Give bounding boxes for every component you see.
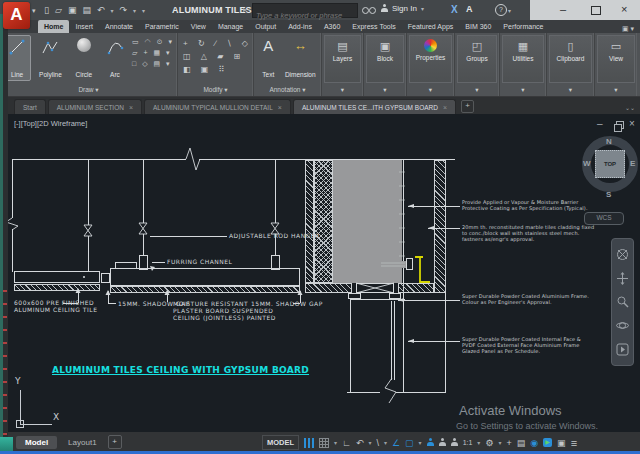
activate-windows-watermark: Activate Windows bbox=[459, 403, 562, 418]
status-toggles: MODEL ▾ ∟ ↶ ▾ \ ▾ ∠ ▢ ▾ 1:1 ▾ ⚙ ▾ + ▤ ◉ … bbox=[262, 434, 577, 451]
label-ceiling-tile: 600x600 PRE FINISHEDALUMINUM CEILING TIL… bbox=[14, 299, 97, 313]
annotation-marble-cladding: 20mm th. reconstituted marble tiles clad… bbox=[462, 224, 594, 243]
annotation-scale-value[interactable]: 1:1 bbox=[463, 438, 473, 448]
new-layout-button[interactable]: + bbox=[108, 435, 122, 449]
model-tab[interactable]: Model bbox=[16, 436, 57, 449]
yellow-angle-bracket bbox=[415, 257, 430, 282]
background-ruler-ticks bbox=[3, 290, 7, 435]
ortho-icon[interactable]: ∟ bbox=[342, 438, 351, 448]
autocad-window: A ▾ ▯ ▱ ▣ ▤ ↶ ▾ ↷ ▾ ▾ ALUMINUM TILES CEI… bbox=[0, 0, 640, 454]
polar-caret-icon[interactable]: ▾ bbox=[368, 439, 371, 446]
label-furring-channel: FURRING CHANNEL bbox=[167, 258, 232, 265]
isodraft-caret-icon[interactable]: ▾ bbox=[384, 439, 387, 446]
ucs-origin-box bbox=[16, 420, 24, 428]
annotation-scale-icon[interactable] bbox=[451, 438, 458, 447]
grid-display-icon[interactable] bbox=[304, 438, 314, 448]
app-menu-button[interactable]: A bbox=[3, 2, 30, 29]
layout-tabs: Model Layout1 + bbox=[16, 435, 122, 449]
annotation-visibility-icon[interactable] bbox=[427, 438, 434, 447]
isodraft-icon[interactable]: \ bbox=[376, 438, 379, 448]
ucs-y-axis bbox=[20, 390, 21, 424]
model-space-toggle[interactable]: MODEL bbox=[262, 435, 299, 450]
label-shadow-gap-2: 15MM. SHADOW GAP bbox=[251, 300, 323, 307]
ucs-x-label: X bbox=[53, 412, 59, 422]
label-rod-hanger: ADJUSTABLE ROD HANGER bbox=[229, 232, 320, 239]
object-snap-icon[interactable]: ▢ bbox=[405, 438, 414, 448]
activate-windows-subtext: Go to Settings to activate Windows. bbox=[456, 421, 598, 431]
object-snap-tracking-icon[interactable]: ∠ bbox=[392, 438, 400, 448]
customization-menu-icon[interactable]: ≡ bbox=[571, 438, 577, 448]
ucs-y-label: Y bbox=[15, 376, 21, 386]
quick-properties-icon[interactable]: ▤ bbox=[517, 438, 526, 448]
graphics-performance-icon[interactable]: ▶ bbox=[543, 438, 552, 447]
workspace-gear-icon[interactable]: ⚙ bbox=[485, 438, 493, 448]
isolate-objects-icon[interactable]: ◉ bbox=[530, 438, 538, 448]
polar-tracking-icon[interactable]: ↶ bbox=[356, 438, 364, 448]
clean-screen-icon[interactable]: ▣ bbox=[557, 438, 566, 448]
annotation-vapour-barrier: Provide Applied or Vapour & Moisture Bar… bbox=[462, 199, 588, 211]
drawing-title: ALUMINUM TILES CEILING WITH GYPSUM BOARD bbox=[52, 365, 309, 375]
ucs-x-axis bbox=[20, 424, 52, 425]
scale-caret-icon[interactable]: ▾ bbox=[477, 439, 480, 446]
osnap-caret-icon[interactable]: ▾ bbox=[419, 439, 422, 446]
annotation-autoscale-icon[interactable] bbox=[439, 438, 446, 447]
app-menu-caret-icon[interactable]: ▾ bbox=[32, 7, 36, 15]
snap-caret-icon[interactable]: ▾ bbox=[334, 439, 337, 446]
snap-mode-icon[interactable] bbox=[319, 438, 329, 448]
annotation-aluminium-frame: Super Durable Powder Coated Aluminium Fr… bbox=[462, 293, 589, 305]
annotation-monitor-icon[interactable]: + bbox=[506, 438, 511, 448]
workspace-caret-icon[interactable]: ▾ bbox=[498, 439, 501, 446]
annotation-glazed-panel: Super Durable Powder Coated Internal Fac… bbox=[462, 336, 581, 355]
layout1-tab[interactable]: Layout1 bbox=[59, 436, 105, 449]
